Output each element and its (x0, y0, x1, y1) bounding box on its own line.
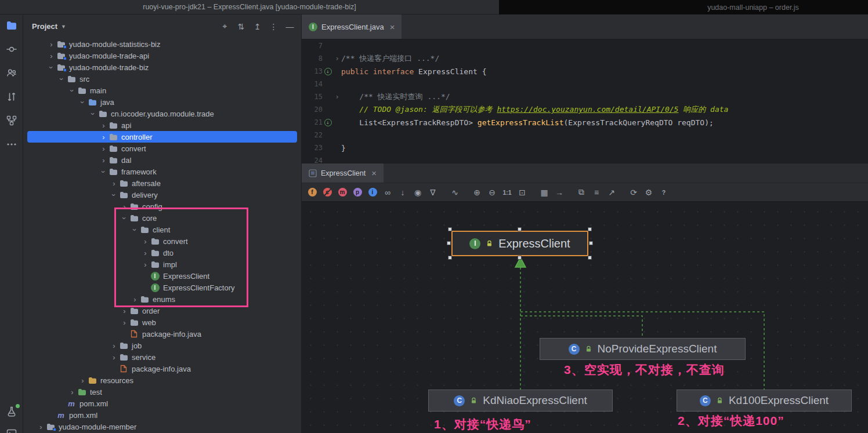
chevron-down-icon[interactable]: › (57, 74, 66, 84)
tree-item-config[interactable]: ›config (23, 201, 301, 212)
tree-item-framework[interactable]: ›framework (23, 166, 301, 177)
visibility-icon[interactable]: ◉ (412, 187, 424, 198)
show-inner-classes-toggle[interactable]: i (367, 187, 378, 198)
tree-item-expressclient[interactable]: IExpressClient (23, 270, 301, 282)
show-methods-toggle[interactable]: m (337, 187, 348, 198)
tab-expressclient-java[interactable]: I ExpressClient.java × (302, 14, 402, 39)
chevron-down-icon[interactable]: › (78, 97, 87, 107)
chevron-right-icon[interactable]: › (99, 156, 108, 165)
resize-handle[interactable] (588, 227, 592, 231)
commit-icon[interactable] (5, 43, 18, 56)
resize-handle[interactable] (448, 227, 452, 231)
tree-item-convert[interactable]: ›convert (23, 235, 301, 247)
sort-icon[interactable]: ↓ (397, 187, 408, 198)
tree-item-aftersale[interactable]: ›aftersale (23, 177, 301, 189)
chevron-right-icon[interactable]: › (130, 295, 140, 304)
implementations-marker-icon[interactable]: ↓ (324, 68, 332, 75)
chevron-right-icon[interactable]: › (120, 318, 129, 327)
route-edge-icon[interactable]: → (554, 187, 565, 198)
chevron-right-icon[interactable]: › (67, 388, 77, 396)
tree-item-order[interactable]: ›order (23, 305, 301, 316)
tree-item-src[interactable]: ›src (23, 73, 301, 85)
tab-expressclient-diagram[interactable]: ExpressClient × (302, 163, 384, 183)
structure-icon[interactable] (5, 114, 18, 127)
project-icon[interactable] (5, 19, 18, 32)
uml-node-expressclient[interactable]: I ExpressClient (451, 231, 588, 256)
collapse-all-icon[interactable]: ↥ (253, 22, 262, 31)
tree-item-client[interactable]: ›client (23, 224, 301, 235)
services-icon[interactable] (5, 405, 18, 418)
resize-handle[interactable] (447, 241, 451, 245)
uml-node-kdniaoexpressclient[interactable]: C KdNiaoExpressClient (428, 390, 613, 412)
tree-item-yudao-module-trade-biz[interactable]: ›yudao-module-trade-biz (23, 61, 301, 73)
tree-item-delivery[interactable]: ›delivery (23, 189, 301, 201)
tree-item-controller[interactable]: ›controller (27, 131, 297, 143)
tree-item-cn-iocoder-yudao-module-trade[interactable]: ›cn.iocoder.yudao.module.trade (23, 108, 301, 119)
chevron-right-icon[interactable]: › (99, 121, 108, 130)
tree-item-pom-xml[interactable]: mpom.xml (23, 398, 301, 409)
chevron-down-icon[interactable]: › (131, 225, 139, 235)
locate-file-icon[interactable]: ⌖ (220, 21, 229, 31)
uml-node-kd100expressclient[interactable]: C Kd100ExpressClient (677, 390, 852, 412)
tree-item-dal[interactable]: ›dal (23, 154, 301, 166)
chevron-right-icon[interactable]: › (46, 40, 56, 49)
close-tab-icon[interactable]: × (390, 22, 395, 32)
export-icon[interactable]: ↗ (606, 187, 617, 198)
tree-item-yudao-module-member[interactable]: ›yudao-module-member (23, 421, 301, 432)
tree-item-impl[interactable]: ›impl (23, 259, 301, 270)
chevron-down-icon[interactable]: › (110, 190, 118, 200)
project-view-dropdown[interactable]: Project ▼ (32, 22, 66, 31)
chevron-right-icon[interactable]: › (78, 376, 88, 385)
fold-marker-icon[interactable]: › (333, 54, 341, 63)
resize-handle[interactable] (518, 227, 522, 231)
fold-marker-icon[interactable]: › (333, 93, 341, 101)
tree-item-core[interactable]: ›core (23, 212, 301, 224)
show-constructors-toggle[interactable]: c (321, 187, 333, 198)
copy-diagram-icon[interactable]: ⧉ (576, 187, 587, 198)
chevron-right-icon[interactable]: › (120, 307, 129, 315)
tree-item-yudao-module-trade-api[interactable]: ›yudao-module-trade-api (23, 50, 301, 61)
chevron-down-icon[interactable]: › (47, 63, 56, 72)
uml-diagram-canvas[interactable]: I ExpressClient C NoProvideExpressClient… (302, 202, 868, 433)
resize-handle[interactable] (589, 241, 593, 245)
window-title-secondary[interactable]: yudao-mall-uniapp – order.js (499, 0, 868, 14)
chevron-right-icon[interactable]: › (109, 341, 119, 350)
chevron-down-icon[interactable]: › (89, 109, 97, 119)
more-options-icon[interactable]: ⋮ (269, 22, 278, 31)
chevron-down-icon[interactable]: › (68, 86, 77, 96)
tree-item-java[interactable]: ›java (23, 96, 301, 108)
resize-handle[interactable] (448, 256, 452, 260)
chevron-right-icon[interactable]: › (140, 260, 150, 269)
tree-item-resources[interactable]: ›resources (23, 374, 301, 386)
tree-item-package-info-java[interactable]: package-info.java (23, 328, 301, 340)
tree-item-yudao-module-statistics-biz[interactable]: ›yudao-module-statistics-biz (23, 38, 301, 50)
chevron-right-icon[interactable]: › (99, 144, 108, 153)
tree-item-job[interactable]: ›job (23, 340, 301, 351)
fit-content-icon[interactable]: ⊡ (516, 187, 528, 198)
tree-item-dto[interactable]: ›dto (23, 247, 301, 259)
chevron-right-icon[interactable]: › (140, 249, 150, 257)
close-tab-icon[interactable]: × (371, 168, 377, 178)
tree-item-web[interactable]: ›web (23, 316, 301, 328)
collaboration-icon[interactable] (5, 67, 18, 79)
tree-item-convert[interactable]: ›convert (23, 143, 301, 154)
tree-item-test[interactable]: ›test (23, 386, 301, 398)
chevron-right-icon[interactable]: › (46, 52, 56, 60)
zoom-in-icon[interactable]: ⊕ (471, 187, 483, 198)
uml-node-noprovideexpressclient[interactable]: C NoProvideExpressClient (540, 338, 746, 360)
hide-panel-icon[interactable]: — (285, 22, 294, 31)
connector-icon[interactable]: ∿ (449, 187, 461, 198)
chevron-right-icon[interactable]: › (140, 237, 150, 246)
zoom-out-icon[interactable]: ⊖ (486, 187, 498, 198)
chevron-down-icon[interactable]: › (99, 167, 108, 177)
chevron-right-icon[interactable]: › (36, 423, 46, 431)
tree-item-pom-xml[interactable]: mpom.xml (23, 409, 301, 421)
show-dependencies-icon[interactable]: ∞ (382, 187, 393, 198)
code-editor[interactable]: 78›/** 快递客户端接口 ...*/13↓public interface … (302, 39, 868, 163)
tree-item-package-info-java[interactable]: package-info.java (23, 363, 301, 374)
show-fields-toggle[interactable]: f (306, 187, 318, 198)
settings-icon[interactable]: ⚙ (643, 187, 654, 198)
actual-size-icon[interactable]: 1:1 (501, 187, 513, 198)
terminal-icon[interactable] (5, 427, 18, 433)
help-icon[interactable]: ? (658, 187, 670, 198)
